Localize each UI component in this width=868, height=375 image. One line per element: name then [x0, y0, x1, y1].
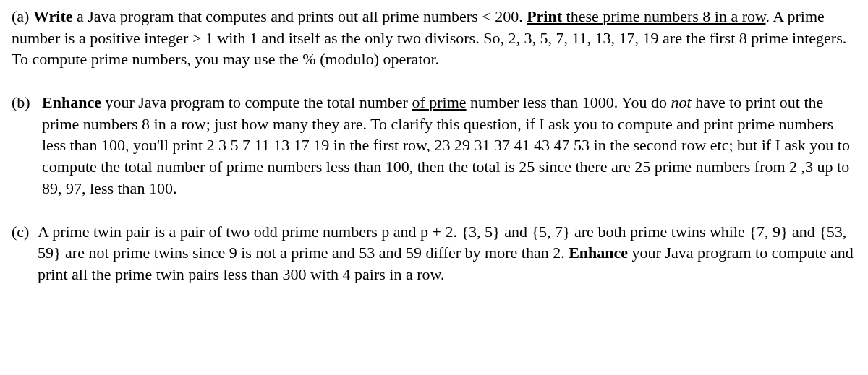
part-b-text2: number less than 1000. You do: [467, 93, 671, 111]
part-c-label: (c): [12, 221, 38, 285]
part-c-body: A prime twin pair is a pair of two odd p…: [38, 221, 856, 285]
part-a-print-rest: these prime numbers 8 in a row: [562, 7, 765, 25]
part-b-underline-ofprime: of prime: [412, 93, 466, 111]
part-c-paragraph: (c) A prime twin pair is a pair of two o…: [12, 221, 856, 285]
part-c-enhance: Enhance: [569, 243, 628, 262]
part-a-text1: a Java program that computes and prints …: [73, 7, 527, 25]
part-a-print-underline: Print these prime numbers 8 in a row: [527, 7, 765, 25]
part-b-paragraph: (b) Enhance your Java program to compute…: [12, 92, 856, 199]
part-a-paragraph: (a) Write a Java program that computes a…: [12, 6, 856, 70]
part-b-label: (b): [12, 92, 42, 199]
part-b-not: not: [671, 93, 692, 111]
part-a-write: Write: [33, 7, 73, 25]
part-b-text1: your Java program to compute the total n…: [101, 93, 412, 111]
part-b-body: Enhance your Java program to compute the…: [42, 92, 856, 199]
part-a-print-bold: Print: [527, 7, 562, 25]
part-b-enhance: Enhance: [42, 93, 101, 111]
part-a-label: (a): [12, 7, 29, 25]
